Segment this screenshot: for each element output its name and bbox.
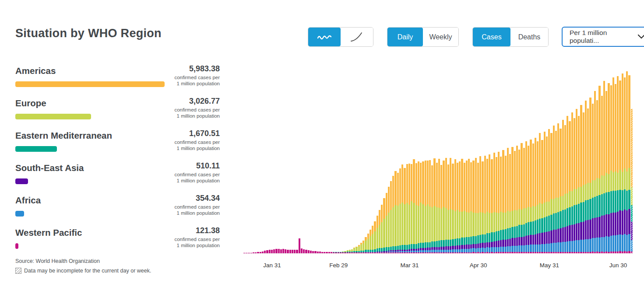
chart-bar[interactable] (626, 71, 628, 253)
chart-bar[interactable] (466, 161, 468, 253)
chart-bar[interactable] (248, 253, 250, 253)
chart-bar[interactable] (326, 252, 327, 253)
chart-bar[interactable] (331, 252, 332, 253)
chart-bar[interactable] (610, 85, 612, 253)
chart-bar[interactable] (470, 162, 472, 253)
chart-bar[interactable] (365, 237, 366, 253)
chart-bar[interactable] (377, 216, 378, 253)
chart-bar[interactable] (445, 158, 447, 253)
chart-bar[interactable] (553, 126, 555, 253)
chart-bar[interactable] (429, 160, 431, 253)
chart-bar[interactable] (305, 250, 307, 253)
chart-bar[interactable] (328, 252, 330, 253)
chart-bar[interactable] (532, 143, 534, 253)
chart-bar[interactable] (615, 84, 616, 253)
chart-bar[interactable] (622, 73, 623, 253)
chart-bar[interactable] (280, 249, 282, 253)
chart-bar[interactable] (546, 136, 548, 253)
chart-bar[interactable] (505, 156, 507, 253)
chart-bar[interactable] (583, 112, 584, 253)
deaths-button[interactable]: Deaths (510, 28, 548, 46)
chart-bar[interactable] (628, 75, 630, 253)
chart-bar[interactable] (619, 80, 621, 253)
chart-bar[interactable] (576, 109, 577, 253)
chart-bar[interactable] (447, 164, 449, 253)
chart-bar[interactable] (509, 154, 511, 253)
chart-bar[interactable] (273, 249, 275, 253)
chart-bar[interactable] (608, 83, 609, 253)
chart-bar[interactable] (285, 249, 286, 253)
chart-bar[interactable] (596, 100, 598, 253)
chart-bar[interactable] (358, 245, 360, 253)
chart-bar[interactable] (514, 151, 516, 253)
chart-bar[interactable] (335, 252, 337, 253)
chart-bar[interactable] (381, 205, 383, 253)
chart-bar[interactable] (482, 161, 483, 253)
chart-bar[interactable] (289, 250, 291, 254)
chart-bar[interactable] (386, 193, 387, 254)
chart-bar[interactable] (528, 146, 529, 253)
chart-bar[interactable] (472, 161, 474, 253)
chart-bar[interactable] (539, 133, 541, 253)
chart-bar[interactable] (246, 253, 247, 253)
chart-bar[interactable] (399, 168, 401, 253)
chart-bar[interactable] (314, 251, 316, 253)
chart-bar[interactable] (587, 108, 589, 253)
chart-bar[interactable] (282, 249, 284, 253)
chart-bar[interactable] (420, 163, 422, 253)
chart-bar[interactable] (502, 150, 504, 253)
chart-bar[interactable] (537, 141, 538, 253)
chart-bar[interactable] (598, 86, 600, 253)
chart-bar[interactable] (351, 249, 353, 253)
chart-bar[interactable] (511, 147, 513, 253)
chart-bar[interactable] (374, 221, 376, 253)
chart-bar[interactable] (324, 252, 325, 253)
chart-bar[interactable] (425, 161, 426, 253)
chart-bar[interactable] (370, 230, 371, 253)
chart-bar[interactable] (574, 118, 575, 253)
chart-bar[interactable] (394, 171, 396, 253)
chart-bar[interactable] (459, 161, 461, 253)
chart-bar[interactable] (569, 121, 570, 253)
chart-bar[interactable] (310, 251, 312, 253)
chart-bar[interactable] (564, 125, 566, 253)
chart-bar[interactable] (617, 76, 619, 253)
chart-bar[interactable] (264, 251, 266, 253)
chart-bar[interactable] (383, 198, 385, 253)
chart-bar[interactable] (507, 148, 509, 253)
chart-bar[interactable] (631, 109, 633, 253)
chart-bar[interactable] (296, 250, 298, 253)
chart-bar[interactable] (349, 250, 351, 253)
chart-bar[interactable] (321, 252, 323, 253)
chart-bar[interactable] (433, 158, 435, 253)
chart-bar[interactable] (312, 251, 314, 253)
chart-bar[interactable] (390, 181, 392, 253)
chart-bar[interactable] (567, 116, 568, 253)
chart-bar[interactable] (438, 159, 440, 253)
chart-bar[interactable] (333, 252, 334, 253)
chart-bar[interactable] (427, 161, 429, 253)
chart-bar[interactable] (571, 112, 573, 253)
chart-bar[interactable] (266, 250, 268, 253)
chart-bar[interactable] (342, 252, 344, 253)
chart-bar[interactable] (347, 250, 348, 253)
weekly-button[interactable]: Weekly (423, 28, 458, 46)
bar-sparkline-toggle-button[interactable] (308, 28, 341, 46)
chart-bar[interactable] (541, 140, 543, 253)
chart-bar[interactable] (624, 77, 626, 253)
chart-bar[interactable] (523, 148, 525, 253)
chart-bar[interactable] (452, 164, 454, 253)
chart-bar[interactable] (292, 250, 293, 253)
daily-button[interactable]: Daily (387, 28, 423, 46)
chart-bar[interactable] (301, 248, 303, 253)
chart-bar[interactable] (243, 253, 245, 253)
chart-bar[interactable] (585, 101, 587, 253)
chart-bar[interactable] (404, 168, 405, 253)
chart-bar[interactable] (372, 226, 373, 253)
chart-bar[interactable] (422, 161, 424, 253)
chart-bar[interactable] (464, 163, 465, 253)
chart-bar[interactable] (401, 164, 403, 253)
chart-bar[interactable] (454, 159, 456, 253)
chart-bar[interactable] (392, 176, 394, 253)
chart-bar[interactable] (360, 243, 362, 253)
